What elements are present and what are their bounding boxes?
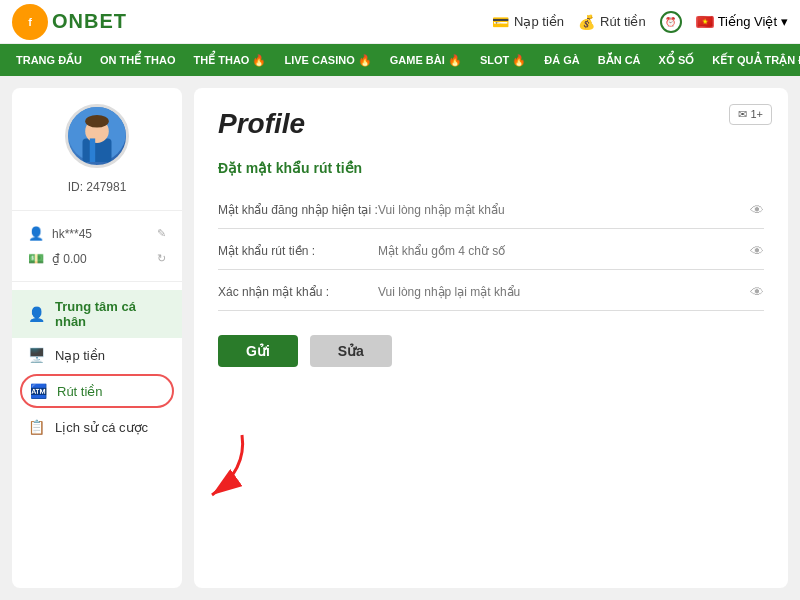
edit-icon[interactable]: ✎ [157, 227, 166, 240]
confirm-password-field: Xác nhận mật khẩu : 👁 [218, 274, 764, 311]
username-row: 👤 hk***45 ✎ [28, 221, 166, 246]
rut-tien-button[interactable]: 💰 Rút tiền [578, 14, 646, 30]
profile-section: ID: 247981 [12, 104, 182, 211]
nav-item-thethao[interactable]: THỂ THAO 🔥 [186, 44, 275, 76]
current-password-label: Mật khẩu đăng nhập hiện tại : [218, 203, 378, 217]
sidebar-menu: 👤 Trung tâm cá nhân 🖥️ Nạp tiền 🏧 Rút ti… [12, 282, 182, 452]
nap-tien-button[interactable]: 💳 Nạp tiền [492, 14, 564, 30]
nav-item-ketqua[interactable]: KẾT QUẢ TRẬN ĐẤU [704, 44, 800, 76]
lichsu-label: Lịch sử cá cược [55, 420, 148, 435]
nav-item-slot[interactable]: SLOT 🔥 [472, 44, 534, 76]
top-bar: f ONBET 💳 Nạp tiền 💰 Rút tiền ⏰ 🇻🇳 Tiếng… [0, 0, 800, 44]
balance-row: 💵 ₫ 0.00 ↻ [28, 246, 166, 271]
refresh-icon[interactable]: ↻ [157, 252, 166, 265]
lang-label: Tiếng Việt [718, 14, 777, 29]
reset-button[interactable]: Sửa [310, 335, 392, 367]
nap-icon: 💳 [492, 14, 509, 30]
naptien-menu-label: Nạp tiền [55, 348, 105, 363]
balance-text: ₫ 0.00 [52, 252, 87, 266]
rut-icon: 💰 [578, 14, 595, 30]
current-password-input[interactable] [378, 203, 742, 217]
eye-icon-3[interactable]: 👁 [750, 284, 764, 300]
flag-icon: 🇻🇳 [696, 16, 714, 28]
menu-item-lichsu[interactable]: 📋 Lịch sử cá cược [12, 410, 182, 444]
message-badge[interactable]: ✉ 1+ [729, 104, 772, 125]
nav-item-banca[interactable]: BẮN CÁ [590, 44, 649, 76]
nav-item-daga[interactable]: ĐÁ GÀ [536, 44, 587, 76]
profile-panel: ✉ 1+ Profile Đặt mật khẩu rút tiền Mật k… [194, 88, 788, 588]
logo: f ONBET [12, 4, 127, 40]
clock-icon: ⏰ [660, 11, 682, 33]
lichsu-icon: 📋 [28, 419, 45, 435]
nav-bar: TRANG ĐẦU ON THỂ THAO THỂ THAO 🔥 LIVE CA… [0, 44, 800, 76]
avatar [65, 104, 129, 168]
menu-item-ruttien[interactable]: 🏧 Rút tiền [20, 374, 174, 408]
eye-icon-1[interactable]: 👁 [750, 202, 764, 218]
personal-icon: 👤 [28, 306, 45, 322]
section-title: Đặt mật khẩu rút tiền [218, 160, 764, 176]
form-actions: Gửi Sửa [218, 335, 764, 367]
eye-icon-2[interactable]: 👁 [750, 243, 764, 259]
nav-item-xoso[interactable]: XỔ SỐ [651, 44, 703, 76]
current-password-field: Mật khẩu đăng nhập hiện tại : 👁 [218, 192, 764, 229]
nav-item-onthethao[interactable]: ON THỂ THAO [92, 44, 183, 76]
user-icon: 👤 [28, 226, 44, 241]
sidebar: ID: 247981 👤 hk***45 ✎ 💵 ₫ 0.00 ↻ 👤 Trun… [12, 88, 182, 588]
ruttien-menu-icon: 🏧 [30, 383, 47, 399]
menu-item-personal[interactable]: 👤 Trung tâm cá nhân [12, 290, 182, 338]
confirm-password-label: Xác nhận mật khẩu : [218, 285, 378, 299]
personal-label: Trung tâm cá nhân [55, 299, 166, 329]
menu-item-naptien[interactable]: 🖥️ Nạp tiền [12, 338, 182, 372]
ruttien-menu-label: Rút tiền [57, 384, 103, 399]
main-content: ID: 247981 👤 hk***45 ✎ 💵 ₫ 0.00 ↻ 👤 Trun… [0, 76, 800, 600]
submit-button[interactable]: Gửi [218, 335, 298, 367]
rut-tien-label: Rút tiền [600, 14, 646, 29]
svg-point-5 [85, 115, 109, 128]
new-password-input[interactable] [378, 244, 742, 258]
logo-text: ONBET [52, 10, 127, 33]
username-text: hk***45 [52, 227, 92, 241]
wallet-icon: 💵 [28, 251, 44, 266]
chevron-down-icon: ▾ [781, 14, 788, 29]
naptien-menu-icon: 🖥️ [28, 347, 45, 363]
nav-item-trangdau[interactable]: TRANG ĐẦU [8, 44, 90, 76]
language-button[interactable]: 🇻🇳 Tiếng Việt ▾ [696, 14, 788, 29]
profile-title: Profile [218, 108, 764, 140]
top-right-actions: 💳 Nạp tiền 💰 Rút tiền ⏰ 🇻🇳 Tiếng Việt ▾ [492, 11, 788, 33]
user-id: ID: 247981 [68, 180, 127, 194]
svg-rect-6 [90, 138, 95, 162]
nap-tien-label: Nạp tiền [514, 14, 564, 29]
new-password-field: Mật khẩu rút tiền : 👁 [218, 233, 764, 270]
svg-text:f: f [28, 16, 32, 28]
nav-item-gamebai[interactable]: GAME BÀI 🔥 [382, 44, 470, 76]
sidebar-info: 👤 hk***45 ✎ 💵 ₫ 0.00 ↻ [12, 211, 182, 282]
nav-item-livecasino[interactable]: LIVE CASINO 🔥 [276, 44, 379, 76]
new-password-label: Mật khẩu rút tiền : [218, 244, 378, 258]
logo-icon: f [12, 4, 48, 40]
confirm-password-input[interactable] [378, 285, 742, 299]
